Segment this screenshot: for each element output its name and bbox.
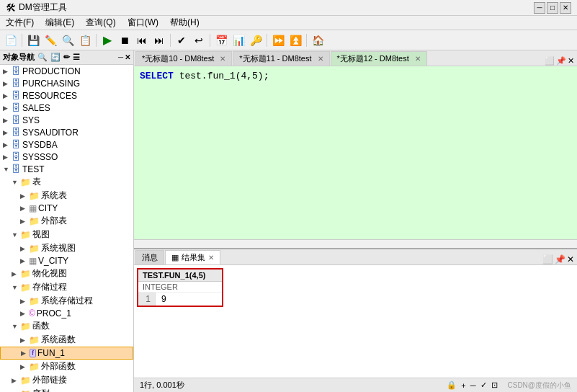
tree-item-外部表[interactable]: ▶📁外部表 [0, 214, 133, 228]
title-bar-left: 🛠 DM管理工具 [6, 1, 67, 14]
tree-item-视图[interactable]: ▼📁视图 [0, 228, 133, 241]
status-box-icon[interactable]: ⊡ [491, 380, 498, 390]
result-data-row: 1 9 [138, 293, 222, 306]
tree-item-外部函数[interactable]: ▶📁外部函数 [0, 360, 133, 373]
close-button[interactable]: ✕ [560, 2, 571, 14]
tb-btn-3[interactable]: 🔍 [60, 32, 76, 48]
tab-results[interactable]: ▦ 结果集 ✕ [165, 250, 220, 264]
tree-item-purchasing[interactable]: ▶🗄PURCHASING [0, 77, 133, 89]
tb-btn-9[interactable]: ✔ [174, 32, 189, 48]
tree-item-sys[interactable]: ▶🗄SYS [0, 114, 133, 126]
tree-item-系统存储过程[interactable]: ▶📁系统存储过程 [0, 294, 133, 308]
tb-btn-10[interactable]: ↩ [191, 32, 207, 48]
tab-label: *无标题11 - DM8test [239, 53, 311, 64]
tab-results-close[interactable]: ✕ [208, 254, 214, 262]
bottom-close-icon[interactable]: ✕ [567, 254, 574, 264]
sidebar-close-icon[interactable]: ✕ [125, 53, 130, 61]
tb-btn-13[interactable]: 🔑 [248, 32, 264, 48]
lock-icon: 🔒 [447, 380, 457, 390]
tab-close-btn[interactable]: ✕ [220, 55, 225, 63]
tree-item-外部链接[interactable]: ▶📁外部链接 [0, 373, 133, 387]
tb-btn-14[interactable]: ⏩ [270, 32, 286, 48]
tab-pin-icon[interactable]: 📌 [556, 56, 566, 66]
tab-close-btn[interactable]: ✕ [415, 55, 421, 63]
title-bar: 🛠 DM管理工具 ─ □ ✕ [0, 0, 577, 16]
editor-content: SELECT test.fun_1(4,5); [140, 69, 571, 84]
tree-item-v_city[interactable]: ▶▦V_CITY [0, 255, 133, 267]
sidebar-min-icon[interactable]: ─ [118, 53, 123, 61]
result-col-name: TEST.FUN_1(4,5) [143, 271, 205, 280]
editor-tab[interactable]: *无标题10 - DM8test✕ [135, 51, 232, 66]
sidebar-filter-icon[interactable]: ☰ [73, 53, 80, 62]
tree-item-sysdba[interactable]: ▶🗄SYSDBA [0, 138, 133, 151]
toolbar-sep-4 [210, 34, 210, 47]
sidebar-refresh-icon[interactable]: 🔄 [50, 53, 61, 62]
tree-item-test[interactable]: ▼🗄TEST [0, 163, 133, 175]
tree-item-syssso[interactable]: ▶🗄SYSSSO [0, 151, 133, 163]
minimize-button[interactable]: ─ [534, 2, 545, 14]
tree-item-系统视图[interactable]: ▶📁系统视图 [0, 241, 133, 255]
tree-item-系统函数[interactable]: ▶📁系统函数 [0, 333, 133, 347]
new-query-button[interactable]: 📄 [3, 32, 19, 48]
tb-btn-8[interactable]: ⏭ [151, 32, 167, 48]
menu-help[interactable]: 帮助(H) [167, 16, 202, 30]
result-popup-header: TEST.FUN_1(4,5) [138, 270, 222, 282]
result-col-type: INTEGER [138, 282, 222, 293]
result-area[interactable]: TEST.FUN_1(4,5) INTEGER 1 9 [134, 265, 577, 378]
tb-btn-1[interactable]: 💾 [25, 32, 41, 48]
tree-item-resources[interactable]: ▶🗄RESOURCES [0, 89, 133, 102]
tab-message[interactable]: 消息 [135, 250, 164, 264]
tree-item-fun_1[interactable]: ▶fFUN_1 [0, 347, 133, 360]
tree-item-系统表[interactable]: ▶📁系统表 [0, 189, 133, 202]
tb-btn-11[interactable]: 📅 [213, 32, 229, 48]
menu-bar: 文件(F) 编辑(E) 查询(Q) 窗口(W) 帮助(H) [0, 16, 577, 30]
tab-close-all-icon[interactable]: ✕ [568, 56, 574, 66]
title-bar-controls: ─ □ ✕ [534, 2, 571, 14]
menu-query[interactable]: 查询(Q) [83, 16, 118, 30]
tab-results-icon: ▦ [171, 253, 179, 262]
tree-item-序列[interactable]: ▶📁序列 [0, 387, 133, 392]
status-dash-icon[interactable]: ─ [470, 381, 476, 390]
status-add-icon[interactable]: + [461, 381, 465, 390]
tb-btn-15[interactable]: ⏫ [287, 32, 303, 48]
tree-item-物化视图[interactable]: ▶📁物化视图 [0, 267, 133, 280]
tree-item-表[interactable]: ▼📁表 [0, 175, 133, 189]
tab-close-btn[interactable]: ✕ [318, 55, 323, 63]
status-check-icon[interactable]: ✓ [480, 380, 487, 390]
tb-btn-6[interactable]: ⏹ [117, 32, 133, 48]
editor-text: test.fun_1(4,5); [179, 71, 269, 81]
sidebar-tree: ▶🗄PRODUCTION▶🗄PURCHASING▶🗄RESOURCES▶🗄SAL… [0, 65, 133, 392]
tb-btn-12[interactable]: 📊 [231, 32, 246, 48]
editor-scrollbar-h[interactable] [134, 239, 577, 248]
tree-item-存储过程[interactable]: ▼📁存储过程 [0, 280, 133, 294]
tb-btn-2[interactable]: ✏️ [43, 32, 58, 48]
menu-window[interactable]: 窗口(W) [125, 16, 161, 30]
tab-expand-icon[interactable]: ⬜ [545, 56, 555, 66]
tb-btn-16[interactable]: 🏠 [310, 32, 326, 48]
toolbar-sep-2 [96, 34, 97, 47]
sidebar-search-icon[interactable]: 🔍 [37, 53, 48, 62]
menu-edit[interactable]: 编辑(E) [43, 16, 77, 30]
watermark: CSDN@度假的小鱼 [508, 380, 572, 391]
menu-file[interactable]: 文件(F) [3, 16, 37, 30]
maximize-button[interactable]: □ [547, 2, 558, 14]
editor-tab[interactable]: *无标题11 - DM8test✕ [233, 51, 329, 66]
pin-icon[interactable]: 📌 [555, 254, 565, 264]
tree-item-city[interactable]: ▶▦CITY [0, 202, 133, 214]
tree-item-production[interactable]: ▶🗄PRODUCTION [0, 65, 133, 77]
expand-icon[interactable]: ⬜ [542, 254, 553, 264]
tree-item-proc_1[interactable]: ▶©PROC_1 [0, 308, 133, 319]
toolbar-sep-5 [267, 34, 267, 47]
tb-btn-4[interactable]: 📋 [77, 32, 93, 48]
sidebar-title: 对象导航 [3, 52, 35, 63]
tb-btn-7[interactable]: ⏮ [134, 32, 150, 48]
toolbar-sep-3 [170, 34, 171, 47]
editor-area[interactable]: SELECT test.fun_1(4,5); [134, 66, 577, 239]
tree-item-函数[interactable]: ▼📁函数 [0, 319, 133, 333]
tree-item-sales[interactable]: ▶🗄SALES [0, 102, 133, 114]
editor-tab[interactable]: *无标题12 - DM8test✕ [331, 51, 427, 66]
sidebar-edit-icon[interactable]: ✏ [63, 53, 70, 62]
tree-item-sysauditor[interactable]: ▶🗄SYSAUDITOR [0, 126, 133, 138]
run-button[interactable]: ▶ [99, 32, 115, 48]
result-popup: TEST.FUN_1(4,5) INTEGER 1 9 [137, 268, 223, 307]
